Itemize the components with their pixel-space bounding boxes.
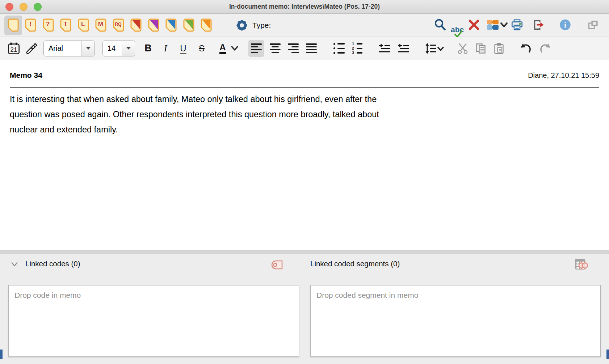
memo-type-selector: Type:	[236, 14, 271, 37]
align-left-button[interactable]	[248, 40, 264, 57]
memo-note-icon	[148, 18, 159, 32]
justify-button[interactable]	[303, 40, 319, 57]
numbered-list-icon: 1 2 3	[352, 42, 362, 55]
linked-codes-title: Linked codes (0)	[25, 259, 80, 268]
cut-button[interactable]	[455, 40, 470, 57]
memo-type-plain[interactable]	[4, 16, 22, 35]
align-right-button[interactable]	[285, 40, 301, 57]
memo-note-icon	[78, 18, 89, 32]
paste-button[interactable]	[492, 40, 506, 57]
close-button[interactable]	[5, 3, 13, 11]
memo-note-icon	[201, 18, 212, 32]
bold-icon: B	[144, 43, 152, 54]
indent-button[interactable]	[395, 40, 411, 57]
link-code-button[interactable]	[487, 19, 499, 31]
svg-text:i: i	[564, 21, 566, 29]
copy-icon	[475, 43, 487, 54]
memo-type-orange[interactable]	[198, 16, 215, 35]
font-size-dropdown-arrow[interactable]	[122, 41, 135, 56]
memo-note-icon	[183, 18, 194, 32]
memo-type-blue[interactable]	[163, 16, 180, 35]
memo-type-group: ! ? T L	[0, 16, 215, 35]
memo-text-editor[interactable]: It is interesting that when asked about …	[10, 92, 599, 137]
collapse-chevron-icon[interactable]	[11, 262, 18, 267]
link-code-dropdown[interactable]	[500, 22, 508, 29]
linked-codes-drop-zone[interactable]: Drop code in memo	[8, 285, 299, 357]
format-painter-icon	[25, 42, 38, 55]
info-button[interactable]: i	[559, 18, 571, 32]
code-tag-icon[interactable]	[270, 260, 283, 270]
undo-button[interactable]	[518, 40, 533, 57]
align-left-icon	[251, 43, 262, 53]
font-size-select[interactable]: 14	[102, 41, 135, 56]
memo-type-l[interactable]: L	[75, 16, 92, 35]
memo-note-icon	[25, 18, 36, 32]
bold-button[interactable]: B	[142, 41, 154, 56]
underline-button[interactable]: U	[177, 41, 190, 56]
font-color-dropdown[interactable]	[230, 41, 240, 56]
numbered-list-button[interactable]: 1 2 3	[349, 40, 365, 57]
linked-segments-drop-zone[interactable]: Drop coded segment in memo	[310, 285, 601, 357]
underline-icon: U	[180, 43, 186, 54]
undo-icon	[520, 43, 532, 54]
paste-icon	[493, 43, 505, 54]
memo-type-purple[interactable]	[145, 16, 163, 35]
memo-text-line: question was posed again. Other responde…	[10, 107, 599, 122]
font-family-dropdown-arrow[interactable]	[81, 41, 94, 56]
memo-text-line: It is interesting that when asked about …	[10, 92, 599, 107]
minimize-button[interactable]	[20, 3, 28, 11]
font-color-button[interactable]: A	[217, 41, 229, 56]
maximize-button[interactable]	[34, 3, 42, 11]
float-window-button[interactable]	[587, 19, 599, 31]
memo-type-question[interactable]: ?	[39, 16, 57, 35]
italic-button[interactable]: I	[159, 41, 172, 56]
format-painter-button[interactable]	[25, 42, 38, 55]
panel-splitter[interactable]	[0, 250, 609, 254]
memo-type-green[interactable]	[180, 16, 198, 35]
gear-icon[interactable]	[236, 20, 248, 31]
coded-segments-overview-icon[interactable]	[574, 258, 589, 270]
export-icon	[533, 19, 545, 30]
linked-codes-placeholder: Drop code in memo	[14, 291, 81, 299]
bullet-list-icon	[333, 42, 345, 55]
window-title: In-document memo: Interviews\Mateo (Pos.…	[229, 3, 380, 10]
search-icon	[434, 18, 447, 31]
memo-type-rq[interactable]: RQ	[110, 16, 127, 35]
bullet-list-button[interactable]	[331, 40, 347, 57]
type-label: Type:	[252, 21, 271, 30]
copy-button[interactable]	[474, 40, 488, 57]
print-button[interactable]	[511, 19, 524, 31]
strikethrough-button[interactable]: S	[195, 41, 208, 56]
titlebar: In-document memo: Interviews\Mateo (Pos.…	[0, 0, 609, 14]
date-icon-label: 21	[10, 46, 17, 53]
memo-type-red[interactable]	[127, 16, 145, 35]
memo-note-icon	[8, 18, 19, 32]
delete-memo-button[interactable]	[468, 19, 480, 31]
insert-date-button[interactable]: 21	[7, 42, 20, 55]
line-spacing-button[interactable]	[423, 40, 446, 57]
memo-type-t[interactable]: T	[57, 16, 75, 35]
align-center-icon	[270, 43, 281, 53]
align-right-icon	[288, 43, 299, 53]
traffic-lights	[5, 0, 42, 13]
search-button[interactable]	[434, 18, 447, 32]
memo-header: Memo 34 Diane, 27.10.21 15:59	[10, 60, 599, 88]
memo-type-m[interactable]: M	[92, 16, 110, 35]
font-family-select[interactable]: Arial	[43, 41, 95, 56]
indent-icon	[397, 43, 410, 54]
italic-icon: I	[164, 43, 167, 54]
background-window-fragment	[606, 350, 609, 359]
font-family-value: Arial	[44, 41, 81, 56]
insert-date-icon: 21	[7, 42, 20, 55]
linked-segments-placeholder: Drop coded segment in memo	[316, 291, 418, 299]
memo-note-icon	[165, 18, 177, 32]
export-button[interactable]	[533, 19, 545, 31]
memo-type-exclamation[interactable]: !	[22, 16, 40, 35]
memo-note-icon	[95, 18, 106, 32]
strikethrough-icon: S	[199, 43, 205, 54]
outdent-button[interactable]	[377, 40, 392, 57]
font-size-value: 14	[103, 41, 122, 56]
redo-button[interactable]	[538, 40, 553, 57]
align-center-button[interactable]	[267, 40, 283, 57]
print-icon	[511, 19, 524, 30]
